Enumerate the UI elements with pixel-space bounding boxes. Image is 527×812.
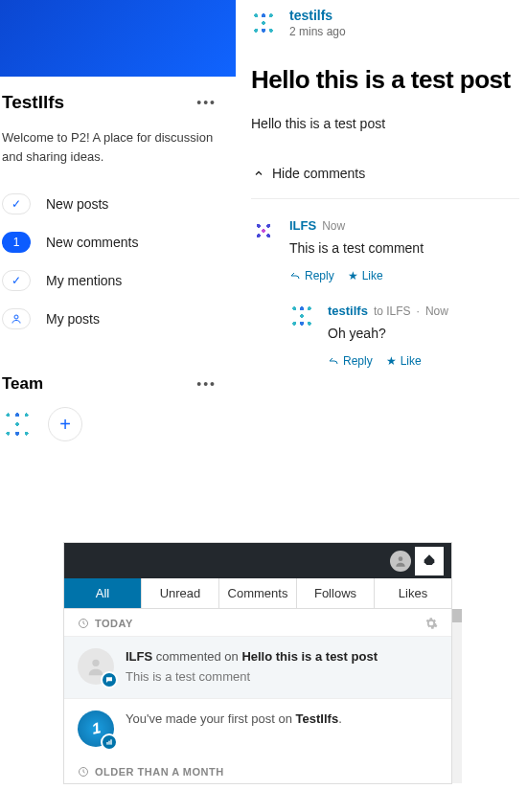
filter-my-mentions[interactable]: ✓ My mentions — [0, 261, 236, 300]
svg-point-3 — [92, 660, 99, 666]
comment-avatar[interactable] — [251, 218, 276, 243]
scrollbar[interactable] — [452, 609, 462, 783]
filter-my-posts[interactable]: My posts — [0, 300, 236, 338]
user-avatar-icon[interactable] — [390, 551, 411, 572]
post-meta: testilfs 2 mins ago — [251, 8, 519, 38]
svg-point-0 — [14, 315, 18, 319]
team-more-icon[interactable]: ••• — [196, 376, 222, 392]
star-icon: ★ — [386, 354, 397, 368]
notif-subtext: This is a test comment — [126, 668, 378, 687]
filter-label: My posts — [46, 311, 100, 327]
tab-follows[interactable]: Follows — [297, 578, 375, 608]
comment-time: Now — [322, 219, 345, 233]
check-icon: ✓ — [2, 270, 31, 291]
notif-item-comment[interactable]: ILFS commented on Hello this is a test p… — [64, 636, 451, 698]
comment-avatar[interactable] — [289, 304, 314, 328]
svg-rect-4 — [106, 742, 107, 745]
reply-button[interactable]: Reply — [328, 354, 373, 368]
notif-text: ILFS commented on Hello this is a test p… — [126, 648, 378, 666]
comment-to: to ILFS — [374, 304, 411, 318]
team-heading: Team — [2, 374, 43, 394]
notifications-panel: All Unread Comments Follows Likes TODAY — [63, 542, 452, 784]
date-header-today: TODAY — [64, 609, 451, 636]
sidebar-hero-banner — [0, 0, 236, 77]
reply-icon — [328, 355, 339, 367]
sidebar-more-icon[interactable]: ••• — [196, 95, 222, 110]
stats-badge-icon — [101, 733, 118, 751]
clock-icon — [78, 618, 89, 629]
comment-reply: testilfs to ILFS · Now Oh yeah? Repl — [289, 304, 519, 389]
reply-icon — [289, 270, 301, 282]
clock-icon — [78, 766, 89, 778]
filter-new-posts[interactable]: ✓ New posts — [0, 185, 236, 223]
notif-topbar — [64, 543, 451, 578]
comment-body: Oh yeah? — [328, 326, 519, 341]
site-description: Welcome to P2! A place for discussion an… — [0, 121, 236, 181]
comment-author[interactable]: testilfs — [328, 304, 368, 318]
comment-time: Now — [425, 304, 448, 318]
chevron-up-icon — [253, 168, 264, 179]
gear-icon[interactable] — [424, 617, 438, 630]
filter-label: New comments — [46, 235, 138, 250]
comment: ILFS Now This is a test comment Reply ★ … — [251, 218, 519, 389]
date-header-older: OLDER THAN A MONTH — [64, 758, 451, 783]
notifications-bell-icon[interactable] — [415, 547, 444, 575]
post-body: Hello this is a test post — [251, 116, 519, 131]
team-section: Team ••• + — [0, 374, 236, 441]
tab-all[interactable]: All — [64, 578, 142, 608]
comment-body: This is a test comment — [289, 240, 519, 256]
filter-new-comments[interactable]: 1 New comments — [0, 223, 236, 261]
person-icon — [2, 308, 31, 329]
filter-list: ✓ New posts 1 New comments ✓ My mentions… — [0, 181, 236, 342]
like-button[interactable]: ★ Like — [348, 269, 383, 282]
notif-text: You've made your first post on TestIlfs. — [126, 710, 342, 747]
hide-comments-label: Hide comments — [272, 166, 365, 181]
team-member-avatar[interactable] — [2, 409, 33, 440]
scrollbar-thumb[interactable] — [452, 609, 462, 622]
tab-comments[interactable]: Comments — [219, 578, 297, 608]
notif-item-firstpost[interactable]: 1 You've made your first post on TestIlf… — [64, 698, 451, 758]
add-team-member-button[interactable]: + — [48, 407, 82, 441]
svg-point-1 — [399, 556, 403, 561]
svg-rect-6 — [110, 739, 111, 744]
post-main: testilfs 2 mins ago Hello this is a test… — [236, 0, 527, 481]
post-timestamp: 2 mins ago — [289, 25, 346, 38]
filter-label: My mentions — [46, 273, 122, 288]
like-button[interactable]: ★ Like — [386, 354, 422, 368]
post-author-name[interactable]: testilfs — [289, 8, 346, 23]
site-title[interactable]: TestIlfs — [2, 92, 64, 113]
filter-label: New posts — [46, 196, 108, 212]
post-title: Hello this is a test post — [251, 65, 519, 95]
tab-likes[interactable]: Likes — [375, 578, 451, 608]
hide-comments-toggle[interactable]: Hide comments — [251, 160, 519, 198]
star-icon: ★ — [348, 269, 358, 282]
comment-badge-icon — [101, 671, 118, 688]
comment-author[interactable]: ILFS — [289, 218, 316, 233]
post-author-avatar[interactable] — [251, 11, 276, 35]
dot-separator: · — [417, 304, 420, 318]
sidebar: TestIlfs ••• Welcome to P2! A place for … — [0, 0, 236, 481]
check-icon: ✓ — [2, 193, 31, 214]
reply-button[interactable]: Reply — [289, 269, 334, 282]
divider — [251, 198, 519, 199]
notif-tabs: All Unread Comments Follows Likes — [64, 578, 451, 609]
svg-rect-5 — [108, 740, 109, 744]
tab-unread[interactable]: Unread — [142, 578, 219, 608]
count-badge: 1 — [2, 232, 31, 253]
